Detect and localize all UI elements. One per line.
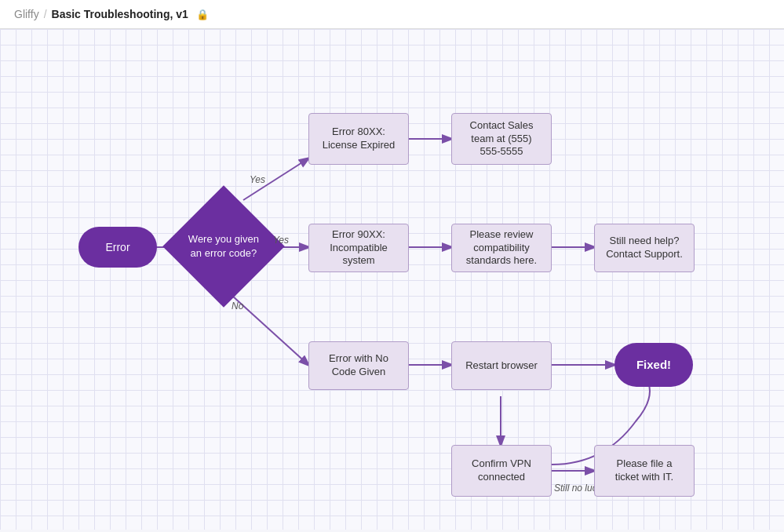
lock-icon: 🔒	[196, 9, 209, 20]
node-still-need-help: Still need help? Contact Support.	[594, 224, 695, 272]
node-no-code: Error with No Code Given	[308, 341, 409, 390]
svg-line-6	[224, 288, 308, 365]
yes-label-top: Yes	[250, 174, 265, 185]
node-error: Error	[78, 227, 157, 268]
node-review-compat: Please review compatibility standards he…	[451, 224, 552, 272]
node-contact-sales: Contact Sales team at (555) 555-5555	[451, 113, 552, 165]
node-file-ticket: Please file a ticket with IT.	[594, 445, 695, 497]
no-label: No	[232, 301, 243, 312]
page-title: Basic Troubleshooting, v1	[52, 8, 188, 20]
yes-label-mid: Yes	[273, 235, 289, 246]
node-fixed: Fixed!	[614, 343, 693, 387]
separator: /	[44, 8, 47, 20]
node-decision: Were you givenan error code?	[162, 185, 285, 308]
node-error90xx: Error 90XX: Incompatible system	[308, 224, 409, 272]
brand-label: Gliffy	[14, 8, 39, 20]
node-confirm-vpn: Confirm VPN connected	[451, 445, 552, 497]
node-decision-text: Were you givenan error code?	[182, 226, 265, 267]
node-error80xx: Error 80XX: License Expired	[308, 113, 409, 165]
diagram-area: Error Were you givenan error code? Yes Y…	[0, 29, 784, 530]
node-restart: Restart browser	[451, 341, 552, 390]
header: Gliffy / Basic Troubleshooting, v1 🔒	[0, 0, 784, 29]
